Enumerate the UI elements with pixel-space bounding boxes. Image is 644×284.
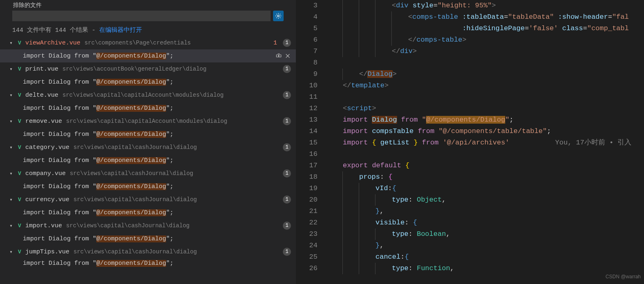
match-text: import Dialog from "@/components/Dialog"… [23,131,173,138]
file-name: viewArchive.vue [25,40,80,47]
chevron-down-icon: ▾ [8,197,14,203]
match-count-badge: 1 [283,39,291,47]
file-row[interactable]: ▾Vcompany.vuesrc\views\capital\cashJourn… [0,167,296,180]
line-number: 4 [296,11,318,23]
exclude-input[interactable] [12,11,271,21]
watermark: CSDN @warrah [606,271,641,282]
code-line[interactable]: props: { [326,171,644,183]
match-row[interactable]: import Dialog from "@/components/Dialog"… [0,75,296,89]
code-line[interactable] [326,149,644,160]
vue-icon: V [16,171,23,177]
file-row[interactable]: ▾VjumpTips.vuesrc\views\capital\cashJour… [0,245,296,258]
match-text: import Dialog from "@/components/Dialog"… [23,235,173,242]
close-icon[interactable] [284,53,291,59]
code-line[interactable]: <comps-table :tableData="tableData" :sho… [326,11,644,23]
results-tree[interactable]: ▾VviewArchive.vuesrc\components\Page\cre… [0,36,296,284]
exclude-input-row [0,10,296,23]
code-line[interactable]: type: Function, [326,263,644,274]
file-path: src\views\capital\capitalAccount\modules… [66,118,227,124]
file-row[interactable]: ▾Vremove.vuesrc\views\capital\capitalAcc… [0,115,296,128]
file-path: src\views\capital\cashJournal\dialog [70,170,193,177]
match-count-badge: 1 [283,248,291,256]
vue-icon: V [16,197,23,203]
code-line[interactable]: import compsTable from "@/components/tab… [326,126,644,137]
match-count-badge: 1 [283,91,291,99]
line-number: 10 [296,80,318,91]
code-line[interactable]: </Dialog> [326,69,644,80]
gear-icon [275,13,282,19]
match-row[interactable]: import Dialog from "@/components/Dialog"… [0,180,296,193]
file-name: remove.vue [25,118,62,125]
svg-rect-1 [276,55,278,57]
match-count-badge: 1 [283,169,291,178]
code-area[interactable]: <div style="height: 95%"><comps-table :t… [326,0,644,284]
code-line[interactable]: import Dialog from "@/components/Dialog"… [326,114,644,126]
line-number: 6 [296,34,318,46]
code-line[interactable]: cancel:{ [326,251,644,263]
code-line[interactable]: </comps-table> [326,34,644,46]
line-number: 7 [296,46,318,57]
match-row[interactable]: import Dialog from "@/components/Dialog"… [0,154,296,167]
match-count-badge: 1 [283,143,291,151]
file-row[interactable]: ▾Vdelte.vuesrc\views\capital\capitalAcco… [0,89,296,102]
file-path: src\views\capital\cashJournal\dialog [73,144,197,151]
match-row[interactable]: import Dialog from "@/components/Dialog"… [0,49,296,62]
file-row[interactable]: ▾Vprint.vuesrc\views\accountBook\general… [0,62,296,75]
match-row[interactable]: import Dialog from "@/components/Dialog"… [0,102,296,115]
chevron-down-icon: ▾ [8,92,14,98]
code-line[interactable]: type: Boolean, [326,229,644,240]
code-line[interactable]: <script> [326,103,644,114]
match-row[interactable]: import Dialog from "@/components/Dialog"… [0,232,296,245]
gear-button[interactable] [273,11,284,21]
file-path: src\views\capital\cashJournal\dialog [73,196,197,203]
match-text: import Dialog from "@/components/Dialog"… [23,209,173,216]
line-number: 26 [296,263,318,274]
line-number: 23 [296,229,318,240]
code-line[interactable]: }, [326,240,644,251]
match-row[interactable]: import Dialog from "@/components/Dialog"… [0,258,296,268]
file-row[interactable]: ▾Vcategory.vuesrc\views\capital\cashJour… [0,141,296,154]
replace-icon[interactable] [275,53,282,59]
file-name: category.vue [25,144,69,151]
match-text: import Dialog from "@/components/Dialog"… [23,53,173,60]
file-name: currency.vue [25,196,69,203]
results-summary: 144 文件中有 144 个结果 - 在编辑器中打开 [0,23,296,36]
line-number-gutter: 3456789101112131415161718192021222324252… [296,0,326,284]
match-row[interactable]: import Dialog from "@/components/Dialog"… [0,128,296,141]
code-line[interactable]: }, [326,206,644,217]
chevron-down-icon: ▾ [8,144,14,151]
code-line[interactable]: visible: { [326,217,644,229]
vue-icon: V [16,66,23,72]
chevron-down-icon: ▾ [8,66,14,72]
line-number: 25 [296,251,318,263]
file-row[interactable]: ▾VviewArchive.vuesrc\components\Page\cre… [0,36,296,49]
code-line[interactable]: type: Object, [326,194,644,206]
file-path: src\views\capital\cashJournal\dialog [66,222,189,229]
code-line[interactable]: </template> [326,80,644,91]
summary-text: 144 文件中有 144 个结果 - [12,27,99,34]
code-line[interactable]: :hideSinglePage='false' class="comp_tabl [326,23,644,34]
code-line[interactable]: <div style="height: 95%"> [326,0,644,11]
line-number: 12 [296,103,318,114]
code-line[interactable] [326,57,644,69]
codelens-annotation: You, 17小时前 • 引入 [555,139,631,146]
search-panel: 排除的文件 144 文件中有 144 个结果 - 在编辑器中打开 ▾VviewA… [0,0,296,284]
vue-icon: V [16,118,23,124]
code-line[interactable]: vId:{ [326,183,644,194]
file-name: print.vue [25,66,58,73]
match-row[interactable]: import Dialog from "@/components/Dialog"… [0,206,296,219]
file-row[interactable]: ▾Vimport.vuesrc\views\capital\cashJourna… [0,219,296,232]
line-number: 13 [296,114,318,126]
code-line[interactable]: </div> [326,46,644,57]
line-number: 14 [296,126,318,137]
file-name: import.vue [25,222,62,229]
line-number: 15 [296,137,318,149]
open-in-editor-link[interactable]: 在编辑器中打开 [99,27,142,34]
code-line[interactable]: import { getList } from '@/api/archives'… [326,137,644,149]
file-row[interactable]: ▾Vcurrency.vuesrc\views\capital\cashJour… [0,193,296,206]
file-path: src\views\capital\cashJournal\dialog [73,248,197,255]
code-line[interactable]: export default { [326,160,644,171]
code-editor[interactable]: 3456789101112131415161718192021222324252… [296,0,644,284]
code-line[interactable] [326,91,644,103]
match-text: import Dialog from "@/components/Dialog"… [23,260,173,267]
